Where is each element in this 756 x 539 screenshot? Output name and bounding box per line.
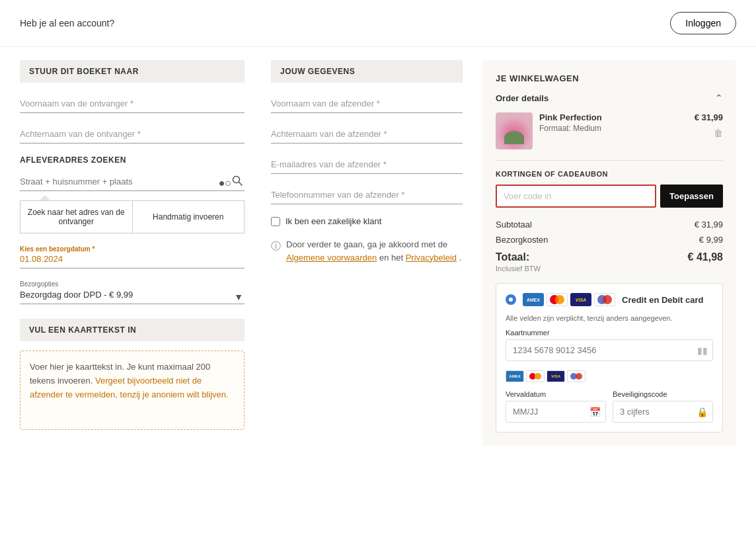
svg-point-5 xyxy=(603,295,612,304)
card-number-input[interactable] xyxy=(506,339,713,361)
terms-text: Door verder te gaan, ga je akkoord met d… xyxy=(286,238,463,264)
bezorgkosten-label: Bezorgkosten xyxy=(496,235,548,245)
payment-section: AMEX VISA Credit en Debit card Alle veld… xyxy=(496,283,723,433)
cvv-label: Beveiligingscode xyxy=(613,390,713,398)
recipient-firstname-field xyxy=(20,95,245,113)
sender-email-input[interactable] xyxy=(271,155,463,174)
left-column: STUUR DIT BOEKET NAAR AFLEVERADRES ZOEKE… xyxy=(20,60,264,446)
amex-icon: AMEX xyxy=(523,293,544,306)
product-price: € 31,99 xyxy=(695,112,723,122)
svg-line-1 xyxy=(239,183,243,186)
card-number-label: Kaartnummer xyxy=(506,329,713,337)
terms-link[interactable]: Algemene voorwaarden xyxy=(286,253,377,263)
coupon-row: Toepassen xyxy=(496,185,723,208)
sender-lastname-input[interactable] xyxy=(271,125,463,144)
recipient-firstname-input[interactable] xyxy=(20,95,245,113)
btw-note: Inclusief BTW xyxy=(496,265,723,272)
product-image xyxy=(496,112,533,149)
cart-title: JE WINKELWAGEN xyxy=(496,73,723,83)
amex-small-icon: AMEX xyxy=(506,370,524,382)
coupon-section-label: KORTINGEN OF CADEAUBON xyxy=(496,170,723,178)
card-placeholder: Voer hier je kaarttekst in. Je kunt maxi… xyxy=(30,360,235,401)
business-checkbox-label: Ik ben een zakelijke klant xyxy=(285,216,381,226)
coupon-input[interactable] xyxy=(496,185,656,208)
bezorgkosten-row: Bezorgkosten € 9,99 xyxy=(496,235,723,245)
search-icon[interactable]: ●○ xyxy=(219,175,243,189)
cvv-input-wrapper: 🔒 xyxy=(613,401,713,423)
terms-row: ⓘ Door verder te gaan, ga je akkoord met… xyxy=(271,238,463,264)
visa-icon: VISA xyxy=(570,293,591,306)
subtotaal-row: Subtotaal € 31,99 xyxy=(496,220,723,229)
product-row: Pink Perfection Formaat: Medium € 31,99 … xyxy=(496,112,723,149)
card-type-icons-row: AMEX VISA xyxy=(506,370,713,382)
card-input-icon: ▮▮ xyxy=(697,345,708,356)
sender-phone-field xyxy=(271,186,463,204)
order-details-label: Order details xyxy=(496,93,548,103)
recipient-lastname-field xyxy=(20,125,245,144)
payment-radio[interactable] xyxy=(506,294,516,305)
account-question: Heb je al een account? xyxy=(20,18,114,28)
top-bar: Heb je al een account? Inloggen xyxy=(0,0,756,47)
chevron-up-icon[interactable]: ⌃ xyxy=(715,93,723,103)
cart-column: JE WINKELWAGEN Order details ⌃ Pink Perf… xyxy=(482,60,736,446)
sender-email-field xyxy=(271,155,463,174)
card-icon-bar: AMEX VISA xyxy=(523,293,615,306)
main-layout: STUUR DIT BOEKET NAAR AFLEVERADRES ZOEKE… xyxy=(0,47,756,459)
exp-input-wrapper: 📅 xyxy=(506,401,606,423)
sender-firstname-input[interactable] xyxy=(271,95,463,113)
bezorgkosten-value: € 9,99 xyxy=(699,235,723,245)
recipient-lastname-input[interactable] xyxy=(20,125,245,144)
card-placeholder-orange: Vergeet bijvoorbeeld niet de afzender te… xyxy=(30,376,229,399)
date-value[interactable]: 01.08.2024 xyxy=(20,254,245,269)
exp-label: Vervaldatum xyxy=(506,390,606,398)
privacy-link[interactable]: Privacybeleid xyxy=(406,253,457,263)
card-section-header: VUL EEN KAARTTEKST IN xyxy=(20,319,245,341)
subtotaal-value: € 31,99 xyxy=(695,220,723,229)
mastercard-icon xyxy=(547,293,568,306)
sender-section-header: JOUW GEGEVENS xyxy=(271,60,463,83)
recipient-section-header: STUUR DIT BOEKET NAAR xyxy=(20,60,245,83)
maestro-small-icon xyxy=(567,370,586,382)
visa-small-icon: VISA xyxy=(547,370,565,382)
svg-point-7 xyxy=(535,373,541,380)
address-buttons: Zoek naar het adres van de ontvanger Han… xyxy=(20,200,245,233)
product-format: Formaat: Medium xyxy=(539,124,688,133)
address-search-wrapper: ●○ xyxy=(20,173,245,191)
order-details-header: Order details ⌃ xyxy=(496,93,723,103)
info-icon: ⓘ xyxy=(271,239,281,254)
mastercard-small-icon xyxy=(526,370,545,382)
maestro-icon xyxy=(594,293,615,306)
cvv-icon: 🔒 xyxy=(697,407,708,417)
product-name: Pink Perfection xyxy=(539,112,688,122)
exp-cvv-row: Vervaldatum 📅 Beveiligingscode 🔒 xyxy=(506,390,713,423)
totaal-label: Totaal: xyxy=(496,251,529,263)
svg-point-9 xyxy=(576,373,582,380)
payment-header: AMEX VISA Credit en Debit card xyxy=(506,293,713,306)
address-dropdown-hint xyxy=(40,195,50,200)
delivery-select[interactable]: Bezorgdag door DPD - € 9,99 xyxy=(20,290,245,300)
payment-note: Alle velden zijn verplicht, tenzij ander… xyxy=(506,314,713,322)
totaal-value: € 41,98 xyxy=(688,251,723,263)
subtotaal-label: Subtotaal xyxy=(496,220,532,229)
coupon-apply-button[interactable]: Toepassen xyxy=(660,185,723,208)
delivery-label: Bezorgopties xyxy=(20,280,245,288)
date-label: Kies een bezorgdatum * xyxy=(20,245,245,253)
business-checkbox[interactable] xyxy=(271,217,280,226)
card-number-input-wrapper: ▮▮ xyxy=(506,339,713,361)
sender-lastname-field xyxy=(271,125,463,144)
sender-firstname-field xyxy=(271,95,463,113)
expiry-col: Vervaldatum 📅 xyxy=(506,390,606,423)
business-checkbox-row: Ik ben een zakelijke klant xyxy=(271,216,463,226)
delivery-select-wrapper: Bezorgdag door DPD - € 9,99 ▼ xyxy=(20,289,245,304)
address-search-input[interactable] xyxy=(20,173,245,191)
login-button[interactable]: Inloggen xyxy=(670,12,736,34)
card-textarea-wrapper[interactable]: Voer hier je kaarttekst in. Je kunt maxi… xyxy=(20,351,245,430)
address-section-label: AFLEVERADRES ZOEKEN xyxy=(20,155,245,165)
middle-column: JOUW GEGEVENS Ik ben een zakelijke klant… xyxy=(264,60,482,446)
sender-phone-input[interactable] xyxy=(271,186,463,204)
search-address-button[interactable]: Zoek naar het adres van de ontvanger xyxy=(20,200,132,233)
totaal-row: Totaal: € 41,98 xyxy=(496,251,723,263)
manual-address-button[interactable]: Handmatig invoeren xyxy=(132,200,245,233)
divider xyxy=(496,160,723,161)
delete-icon[interactable]: 🗑 xyxy=(714,128,723,138)
